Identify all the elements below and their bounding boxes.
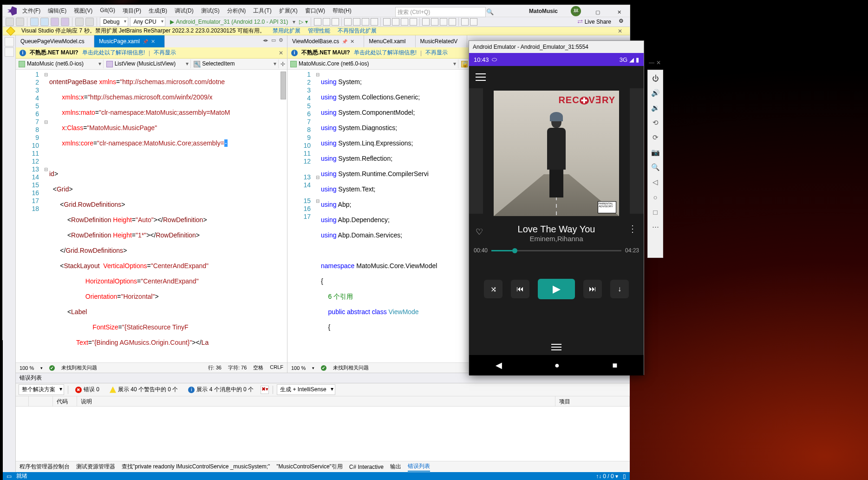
platform-combo[interactable]: Any CPU: [130, 17, 165, 26]
tab-musicpage[interactable]: MusicPage.xaml📌✕: [94, 35, 165, 47]
tab-menucell[interactable]: MenuCell.xaml: [364, 35, 415, 47]
zoom-icon[interactable]: 🔍: [650, 162, 660, 172]
col-desc[interactable]: 说明: [77, 396, 555, 406]
toolbox-icon[interactable]: [5, 37, 14, 46]
search-input[interactable]: 搜索 (Ctrl+Q): [395, 7, 486, 17]
undo-icon[interactable]: [75, 18, 84, 26]
code-editor-left[interactable]: 123456789101112131415161718 ⊟⊟⊟ ontentPa…: [16, 70, 287, 362]
menu-debug[interactable]: 调试(D): [172, 5, 196, 17]
menu-edit[interactable]: 编辑(E): [45, 5, 69, 17]
maui-learn-link[interactable]: 单击此处以了解详细信息!: [82, 49, 145, 57]
menu-analyze[interactable]: 分析(N): [224, 5, 249, 17]
menu-project[interactable]: 项目(P): [120, 5, 144, 17]
col-code[interactable]: 代码: [53, 396, 77, 406]
album-area[interactable]: REC✚VƎRY PARENTAL ADVISORY: [469, 88, 644, 218]
menu-git[interactable]: Git(G): [97, 5, 118, 17]
git-changes[interactable]: ↑↓ 0 / 0 ▾: [596, 473, 618, 480]
close-hint-icon[interactable]: ✕: [279, 50, 283, 56]
tab-testexplorer[interactable]: 测试资源管理器: [76, 463, 115, 471]
favorite-icon[interactable]: ♡: [476, 227, 483, 237]
tb-icon[interactable]: [371, 18, 378, 26]
nav-back-icon[interactable]: [6, 18, 14, 26]
tb-icon[interactable]: [353, 18, 360, 26]
emu-minimize-icon[interactable]: —: [649, 59, 654, 66]
close-tab-icon[interactable]: ✕: [151, 39, 155, 45]
tab-viewmodelbase[interactable]: ViewModelBase.cs📌✕: [287, 35, 364, 47]
tb-icon[interactable]: [323, 18, 330, 26]
close-button[interactable]: ✕: [608, 5, 630, 19]
nav-member-combo[interactable]: 🔧SelectedItem: [191, 59, 279, 68]
tab-find2[interactable]: "MusicControlService"引用: [276, 463, 343, 471]
rotate-right-icon[interactable]: ⟳: [650, 132, 660, 143]
menu-help[interactable]: 帮助(H): [330, 5, 354, 17]
tb-icon[interactable]: [449, 18, 456, 26]
tab-queuepagevm[interactable]: QueuePageViewModel.cs: [16, 35, 94, 47]
hamburger-icon[interactable]: [476, 73, 486, 81]
tb-icon[interactable]: [332, 18, 339, 26]
play-button[interactable]: ▶: [538, 279, 575, 299]
tb-icon[interactable]: [470, 18, 477, 26]
lineending-mode[interactable]: CRLF: [270, 364, 283, 371]
nav-project-combo[interactable]: MatoMusic.Core (net6.0-ios): [287, 59, 458, 68]
progress-bar[interactable]: [491, 250, 621, 251]
maui-dismiss-link[interactable]: 不再显示: [425, 49, 448, 57]
fold-column[interactable]: ⊟⊟⊟: [43, 70, 49, 362]
save-all-icon[interactable]: [61, 18, 69, 26]
error-count-badge[interactable]: ✖错误 0: [72, 384, 103, 395]
home-button[interactable]: ●: [555, 361, 560, 370]
tb-icon[interactable]: [401, 18, 408, 26]
menu-file[interactable]: 文件(F): [20, 5, 43, 17]
filter-icon[interactable]: ✖▾: [261, 386, 269, 394]
tb-icon[interactable]: [431, 18, 438, 26]
close-tab-icon[interactable]: ✕: [350, 39, 354, 45]
start-debug-button[interactable]: Android_Emulator_31 (Android 12.0 - API …: [167, 18, 291, 26]
statusbar-icon[interactable]: ▭: [7, 473, 12, 480]
docoutline-icon[interactable]: [5, 47, 14, 57]
scrollbar-thumb[interactable]: [281, 72, 286, 99]
tb-icon[interactable]: [383, 18, 391, 26]
more-icon[interactable]: ⋮: [628, 227, 637, 230]
maui-learn-link[interactable]: 单击此处以了解详细信息!: [354, 49, 417, 57]
tab-csinteractive[interactable]: C# Interactive: [349, 464, 384, 470]
menu-extensions[interactable]: 扩展(X): [276, 5, 300, 17]
maximize-button[interactable]: ▢: [587, 5, 608, 19]
search-icon[interactable]: 🔍: [486, 8, 494, 16]
manage-perf-link[interactable]: 管理性能: [308, 27, 330, 35]
next-button[interactable]: ⏭: [583, 280, 602, 298]
tb-icon[interactable]: [362, 18, 369, 26]
save-icon[interactable]: [51, 18, 59, 26]
tb-icon[interactable]: [314, 18, 321, 26]
menu-tools[interactable]: 工具(T): [250, 5, 274, 17]
build-filter-combo[interactable]: 生成 + IntelliSense: [277, 384, 335, 395]
prev-button[interactable]: ⏮: [511, 280, 529, 298]
tab-find1[interactable]: 查找"private readonly IMusicControlService…: [122, 463, 270, 471]
volume-down-icon[interactable]: 🔉: [650, 103, 660, 113]
tb-icon[interactable]: [392, 18, 399, 26]
download-button[interactable]: ↓: [610, 280, 629, 298]
scope-combo[interactable]: 整个解决方案: [19, 384, 64, 395]
split-icon[interactable]: ✢: [279, 61, 287, 67]
nav-project-combo[interactable]: MatoMusic (net6.0-ios): [16, 59, 104, 68]
emu-back-icon[interactable]: ◁: [650, 177, 660, 187]
nav-fwd-icon[interactable]: [16, 18, 24, 26]
tb-icon[interactable]: [461, 18, 469, 26]
col-icon[interactable]: [16, 396, 29, 406]
emu-close-icon[interactable]: ✕: [656, 59, 661, 66]
shuffle-button[interactable]: ⤨: [484, 280, 503, 298]
emu-home-icon[interactable]: ○: [650, 192, 660, 202]
recents-button[interactable]: ■: [612, 361, 617, 370]
emulator-titlebar[interactable]: Android Emulator - Android_Emulator_31:5…: [469, 41, 644, 53]
emulator-screen[interactable]: 10:43 ⬭ 3G ◢ ▮ REC✚VƎRY PARENTAL ADVISOR…: [469, 53, 644, 375]
tb-icon[interactable]: [422, 18, 430, 26]
col-severity[interactable]: [29, 396, 53, 406]
next-album-peek[interactable]: [630, 88, 644, 214]
power-icon[interactable]: ⏻: [650, 73, 660, 83]
whitespace-mode[interactable]: 空格: [253, 364, 263, 371]
tab-ext-icon[interactable]: ▭: [271, 37, 276, 46]
warning-count-badge[interactable]: 展示 40 个警告中的 0 个: [106, 384, 181, 395]
message-count-badge[interactable]: i展示 4 个消息中的 0 个: [185, 384, 257, 395]
tb-icon[interactable]: [410, 18, 417, 26]
emu-recents-icon[interactable]: □: [650, 207, 660, 217]
config-combo[interactable]: Debug: [100, 17, 128, 26]
tab-pkgmgr[interactable]: 程序包管理器控制台: [20, 463, 70, 471]
